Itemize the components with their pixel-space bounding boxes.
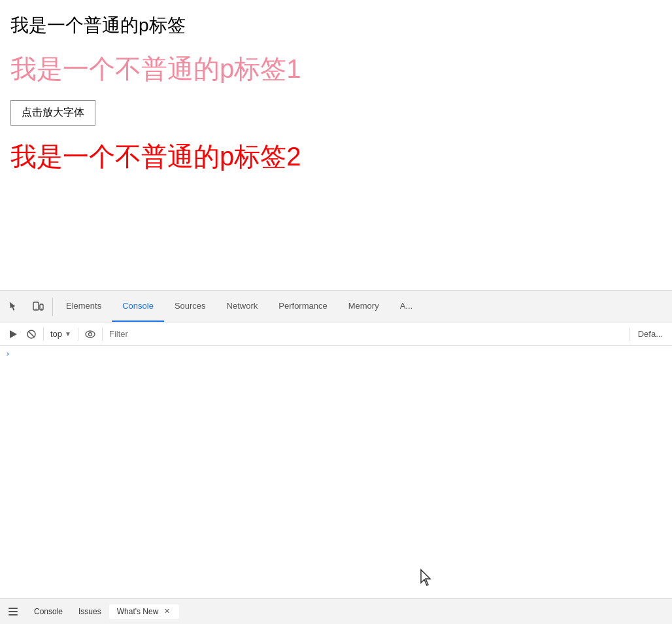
run-icon[interactable] — [4, 325, 22, 343]
svg-point-8 — [88, 332, 92, 336]
p-normal: 我是一个普通的p标签 — [10, 13, 662, 38]
devtools-panel: Elements Console Sources Network Perform… — [0, 290, 672, 624]
svg-marker-9 — [421, 570, 430, 585]
dropdown-arrow-icon: ▼ — [65, 330, 71, 338]
block-icon[interactable] — [22, 325, 41, 343]
eye-icon[interactable] — [81, 325, 99, 343]
console-toolbar-separator — [43, 328, 44, 341]
drawer-tab-close-icon[interactable]: ✕ — [162, 607, 171, 616]
tab-console[interactable]: Console — [112, 291, 164, 322]
p-special1: 我是一个不普通的p标签1 — [10, 51, 662, 87]
drawer-tab-whats-new[interactable]: What's New ✕ — [109, 604, 180, 619]
svg-point-3 — [41, 308, 42, 309]
tab-network[interactable]: Network — [216, 291, 269, 322]
filter-input[interactable] — [105, 326, 627, 342]
mouse-cursor-icon — [418, 568, 434, 587]
svg-marker-4 — [10, 330, 17, 338]
default-levels-label: Defa... — [633, 329, 668, 339]
menu-line1 — [8, 608, 18, 609]
context-selector[interactable]: top ▼ — [46, 328, 75, 340]
menu-line3 — [8, 614, 18, 615]
svg-point-2 — [35, 308, 37, 309]
drawer-whats-new-label: What's New — [117, 607, 159, 616]
drawer-tab-console[interactable]: Console — [26, 604, 71, 619]
tab-performance[interactable]: Performance — [268, 291, 337, 322]
console-prompt-line: › — [0, 346, 672, 361]
console-toolbar-separator4 — [630, 328, 630, 341]
page-content: 我是一个普通的p标签 我是一个不普通的p标签1 点击放大字体 我是一个不普通的p… — [0, 0, 672, 288]
console-main[interactable]: › — [0, 346, 672, 598]
svg-line-6 — [29, 331, 35, 337]
console-toolbar-separator2 — [78, 328, 78, 341]
p-special2: 我是一个不普通的p标签2 — [10, 139, 662, 175]
console-toolbar-separator3 — [102, 328, 103, 341]
devtools-toolbar: Elements Console Sources Network Perform… — [0, 291, 672, 322]
prompt-arrow-icon: › — [5, 349, 10, 358]
menu-line2 — [8, 611, 18, 612]
tab-elements[interactable]: Elements — [56, 291, 112, 322]
enlarge-button[interactable]: 点击放大字体 — [10, 100, 95, 126]
drawer-menu-icon[interactable] — [5, 604, 21, 619]
tab-sources[interactable]: Sources — [164, 291, 216, 322]
devtools-tabs: Elements Console Sources Network Perform… — [56, 291, 423, 322]
tab-memory[interactable]: Memory — [338, 291, 390, 322]
tab-application[interactable]: A... — [390, 291, 424, 322]
console-toolbar: top ▼ Defa... — [0, 322, 672, 346]
context-label: top — [50, 329, 62, 339]
bottom-drawer: Console Issues What's New ✕ — [0, 598, 672, 624]
inspect-icon[interactable] — [3, 295, 26, 319]
drawer-issues-label: Issues — [78, 607, 101, 616]
drawer-tab-issues[interactable]: Issues — [71, 604, 109, 619]
drawer-console-label: Console — [34, 607, 63, 616]
svg-point-7 — [86, 331, 95, 338]
device-toolbar-icon[interactable] — [26, 295, 50, 319]
toolbar-separator — [52, 298, 53, 316]
